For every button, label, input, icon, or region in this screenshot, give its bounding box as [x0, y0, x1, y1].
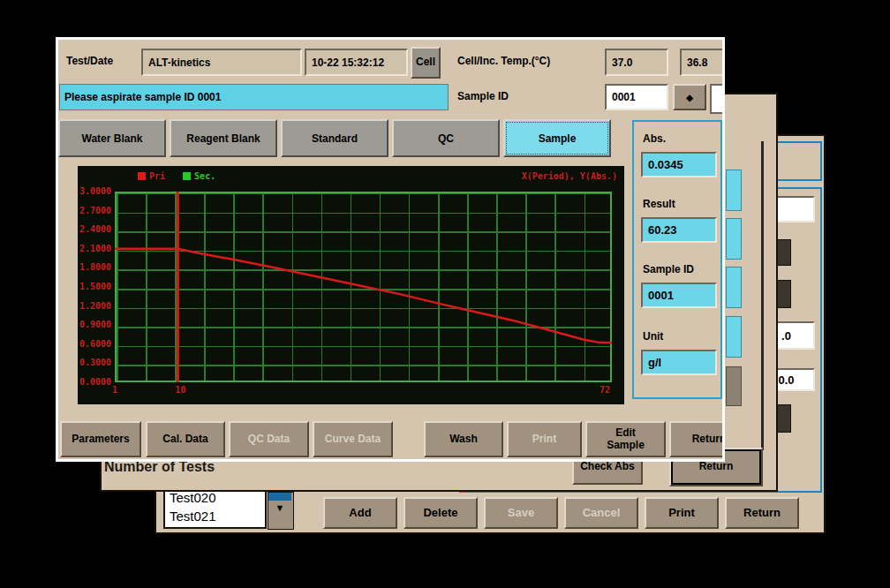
legend-swatch-pri: [138, 172, 146, 180]
add-button[interactable]: Add: [323, 497, 397, 529]
abs-value-field: 0.0345: [641, 152, 717, 177]
panel-divider: [761, 141, 764, 450]
test-listbox[interactable]: Test020 Test021: [163, 486, 267, 529]
temp-field-1: 37.0: [605, 49, 668, 76]
x-axis-ticks: 11072: [115, 385, 612, 399]
clipped-field-sliver: [710, 84, 725, 114]
y-tick-label: 0.6000: [79, 339, 111, 349]
kinetics-chart: Pri Sec. X(Period), Y(Abs.) 3.00002.7000…: [78, 166, 624, 404]
wash-button[interactable]: Wash: [424, 421, 503, 457]
panel-sample-id-field: 0001: [641, 283, 717, 308]
sample-id-label: Sample ID: [457, 90, 509, 102]
tab-sample[interactable]: Sample: [503, 119, 611, 157]
unit-value-field: g/l: [641, 350, 717, 375]
status-message: Please aspirate sample ID 0001: [59, 84, 449, 110]
y-tick-label: 1.2000: [79, 301, 111, 311]
unit-label: Unit: [643, 330, 663, 343]
return-button[interactable]: Return: [725, 497, 799, 529]
test-name-field: ALT-kinetics: [141, 49, 302, 76]
x-tick-label: 1: [112, 385, 117, 395]
chevron-down-icon: ▼: [268, 502, 291, 513]
y-tick-label: 1.8000: [79, 262, 111, 272]
hidden-gray-button: [726, 366, 742, 406]
edit-sample-button[interactable]: Edit Sample: [585, 421, 666, 457]
result-value-field: 60.23: [641, 217, 717, 243]
legend-label-pri: Pri: [149, 171, 165, 181]
hidden-cyan-field-4: [726, 316, 742, 358]
x-tick-label: 72: [600, 385, 610, 395]
cell-button[interactable]: Cell: [411, 47, 441, 79]
datetime-field: 10-22 15:32:12: [305, 49, 408, 76]
legend-label-sec: Sec.: [194, 171, 215, 181]
sample-id-spinner-button[interactable]: ◆: [673, 84, 706, 110]
y-axis-ticks: 3.00002.70002.40002.10001.80001.50001.20…: [78, 166, 111, 404]
abs-label: Abs.: [643, 132, 666, 145]
x-tick-label: 10: [175, 385, 185, 395]
tab-qc[interactable]: QC: [392, 119, 500, 157]
list-item[interactable]: Test021: [170, 507, 265, 525]
chart-legend: Pri Sec.: [138, 171, 215, 181]
chart-corner-label: X(Period), Y(Abs.): [522, 171, 617, 181]
test-date-label: Test/Date: [66, 55, 113, 67]
test-dropdown-button[interactable]: ▼: [268, 492, 294, 530]
y-tick-label: 3.0000: [79, 186, 111, 196]
y-tick-label: 2.4000: [79, 224, 111, 234]
save-button[interactable]: Save: [484, 497, 558, 529]
return-button-front[interactable]: Return: [669, 421, 725, 457]
hidden-cyan-field-1: [726, 170, 742, 211]
result-label: Result: [643, 198, 675, 210]
cancel-button[interactable]: Cancel: [564, 497, 638, 529]
temp-label: Cell/Inc. Temp.(°C): [457, 55, 550, 67]
sample-id-input[interactable]: 0001: [605, 84, 668, 110]
panel-sample-id-label: Sample ID: [643, 263, 694, 275]
tab-water-blank[interactable]: Water Blank: [58, 119, 166, 157]
y-tick-label: 0.3000: [79, 358, 111, 367]
legend-swatch-sec: [183, 172, 191, 180]
parameters-button[interactable]: Parameters: [60, 421, 141, 457]
kinetics-curve: [115, 192, 612, 382]
curve-data-button[interactable]: Curve Data: [313, 421, 393, 457]
desktop: { "front_window": { "row1": { "test_date…: [0, 0, 890, 588]
print-button[interactable]: Print: [645, 497, 719, 529]
y-tick-label: 2.1000: [79, 244, 111, 253]
cal-data-button[interactable]: Cal. Data: [146, 421, 225, 457]
hidden-cyan-field-3: [726, 267, 742, 308]
y-tick-label: 0.9000: [79, 320, 111, 329]
delete-button[interactable]: Delete: [404, 497, 478, 529]
qc-data-button[interactable]: QC Data: [229, 421, 309, 457]
hidden-cyan-field-2: [726, 218, 742, 260]
y-tick-label: 1.5000: [79, 282, 111, 291]
tab-standard[interactable]: Standard: [281, 119, 388, 157]
window-measurement: Test/Date ALT-kinetics 10-22 15:32:12 Ce…: [56, 37, 725, 462]
print-button-front[interactable]: Print: [507, 421, 582, 457]
temp-field-2: 36.8: [680, 49, 725, 76]
y-tick-label: 2.7000: [79, 206, 111, 215]
tab-reagent-blank[interactable]: Reagent Blank: [170, 119, 277, 157]
y-tick-label: 0.0000: [79, 377, 111, 387]
dropdown-highlight: [268, 493, 291, 501]
